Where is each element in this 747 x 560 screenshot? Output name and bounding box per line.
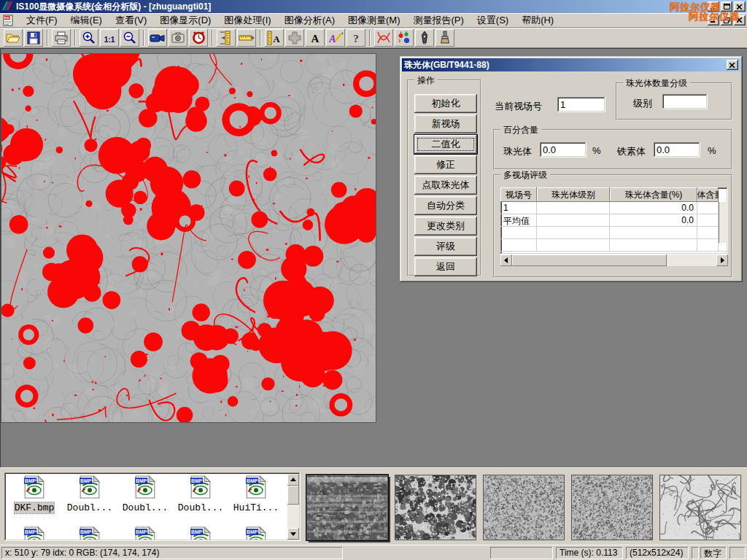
measure-text-icon[interactable]: A	[265, 29, 284, 47]
save-icon[interactable]	[24, 29, 43, 47]
rating-col-3[interactable]: 珠光体含量(%)	[610, 187, 697, 202]
file-item-row2-2[interactable]: BMP	[63, 526, 117, 540]
dialog-title-bar[interactable]: 珠光体(GB/T9441-88)	[402, 58, 740, 71]
menu-item-1[interactable]: 文件(F)	[20, 12, 64, 28]
ruler-icon[interactable]	[237, 29, 256, 47]
thumb-2[interactable]	[395, 475, 476, 540]
bmp-file-icon: BMP	[134, 491, 156, 501]
document-system-icon[interactable]: DOC	[2, 14, 17, 27]
grade-group-title: 珠光体数量分级	[623, 78, 690, 88]
print-icon[interactable]	[52, 29, 71, 47]
menu-item-8[interactable]: 测量报告(P)	[406, 12, 470, 28]
caliper-icon[interactable]	[217, 29, 236, 47]
zoom-in-icon[interactable]	[80, 29, 98, 47]
svg-text:BMP: BMP	[191, 478, 203, 483]
op-button-6[interactable]: 自动分类	[414, 196, 477, 215]
rating-cell	[500, 227, 537, 238]
zoom-actual-icon[interactable]: 1:1	[100, 29, 119, 47]
file-item-row2-4[interactable]: BMP	[174, 526, 228, 540]
thumb-4-image	[571, 475, 653, 540]
help-icon[interactable]: ?	[347, 29, 365, 47]
rating-col-2[interactable]: 珠光体级别	[537, 187, 610, 202]
scroll-thumb[interactable]	[287, 486, 299, 505]
rating-table-body: 10.0平均值0.0	[500, 202, 728, 252]
file-item-3[interactable]: BMPDoubl...	[118, 475, 172, 513]
menu-item-2[interactable]: 编辑(E)	[64, 12, 109, 28]
thumb-1-image	[306, 475, 388, 540]
rating-row-3[interactable]	[500, 227, 728, 239]
file-item-2[interactable]: BMPDoubl...	[63, 475, 117, 513]
file-item-5[interactable]: BMPHuiTi...	[229, 475, 283, 513]
pen-icon[interactable]	[415, 29, 434, 47]
rating-table-hscrollbar[interactable]	[500, 254, 728, 266]
op-button-8[interactable]: 评级	[414, 237, 477, 256]
menu-item-3[interactable]: 查看(V)	[109, 12, 153, 28]
current-view-input[interactable]	[557, 97, 605, 112]
rating-table-vscrollbar[interactable]	[719, 202, 728, 243]
empty-status-panel	[729, 547, 746, 559]
op-button-3[interactable]: 二值化	[414, 135, 477, 154]
file-item-4[interactable]: BMPDoubl...	[174, 475, 228, 513]
merge-icon[interactable]	[285, 29, 304, 47]
hscroll-left-icon[interactable]	[500, 254, 512, 266]
micrograph-image[interactable]	[1, 53, 376, 423]
rating-row-4[interactable]	[500, 239, 728, 252]
scroll-up-icon[interactable]	[287, 474, 299, 486]
file-item-row2-5[interactable]: BMP	[229, 526, 283, 540]
op-button-9[interactable]: 返回	[414, 257, 477, 276]
zoom-out-icon[interactable]	[120, 29, 139, 47]
thumb-3-image	[483, 475, 565, 540]
rating-row-2[interactable]: 平均值0.0	[500, 214, 728, 227]
timer-icon[interactable]	[189, 29, 208, 47]
menu-item-6[interactable]: 图像分析(A)	[278, 12, 341, 28]
menu-item-9[interactable]: 设置(S)	[471, 12, 515, 28]
hscroll-thumb[interactable]	[512, 254, 667, 266]
svg-text:BMP: BMP	[247, 529, 258, 534]
menu-item-5[interactable]: 图像处理(I)	[217, 12, 277, 28]
svg-text:BMP: BMP	[25, 478, 36, 483]
rating-row-1[interactable]: 10.0	[500, 202, 728, 214]
menu-item-4[interactable]: 图像显示(D)	[153, 12, 217, 28]
scroll-down-icon[interactable]	[287, 528, 299, 540]
thumb-3[interactable]	[483, 475, 565, 540]
file-name: HuiTi...	[233, 502, 279, 513]
camera-icon[interactable]	[169, 29, 187, 47]
menu-item-7[interactable]: 图像测量(M)	[341, 12, 407, 28]
op-button-7[interactable]: 更改类别	[414, 217, 477, 236]
rating-cell: 1	[500, 202, 537, 214]
rating-cell	[500, 239, 537, 251]
pearlite-percent-input[interactable]	[540, 142, 587, 158]
thumb-4[interactable]	[571, 475, 653, 540]
font-edit-icon[interactable]: A	[326, 29, 345, 47]
watermark-text: 阿拉尔仪器	[689, 10, 740, 23]
window-title: IS100显微摄像系统(金相分析版) - [zhuguangti01]	[16, 1, 211, 13]
menu-item-10[interactable]: 帮助(H)	[515, 12, 560, 28]
rating-cell	[537, 227, 610, 238]
op-button-2[interactable]: 新视场	[414, 114, 477, 133]
thumb-2-image	[395, 475, 476, 540]
op-button-5[interactable]: 点取珠光体	[414, 176, 477, 195]
rating-col-4[interactable]: 铁素体含量(%)	[697, 187, 719, 202]
op-button-4[interactable]: 修正	[414, 155, 477, 174]
video-camera-icon[interactable]	[148, 29, 167, 47]
open-file-icon[interactable]	[4, 29, 23, 47]
op-button-1[interactable]: 初始化	[414, 94, 477, 113]
hscroll-right-icon[interactable]	[716, 254, 728, 266]
rating-table[interactable]: 视场号珠光体级别珠光体含量(%)铁素体含量(%) 10.0平均值0.0	[500, 187, 728, 254]
brush-icon[interactable]	[436, 29, 454, 47]
grade-input[interactable]	[662, 94, 708, 109]
rating-col-1[interactable]: 视场号	[500, 187, 537, 202]
thumb-5[interactable]	[659, 475, 741, 540]
curve-icon[interactable]	[374, 29, 393, 47]
svg-text:1:1: 1:1	[104, 35, 115, 43]
dialog-close-icon[interactable]	[727, 60, 738, 70]
points-icon[interactable]: 3	[395, 29, 414, 47]
ferrite-percent-input[interactable]	[654, 142, 700, 158]
file-item-row2-1[interactable]: BMP	[7, 526, 61, 540]
file-browser: BMPDKF.bmpBMPDoubl...BMPDoubl...BMPDoubl…	[4, 472, 301, 541]
file-item-1[interactable]: BMPDKF.bmp	[7, 475, 61, 513]
file-item-row2-3[interactable]: BMP	[118, 526, 172, 540]
text-icon[interactable]: A	[306, 29, 325, 47]
file-browser-scrollbar[interactable]	[287, 474, 299, 540]
thumb-1[interactable]	[306, 475, 388, 540]
